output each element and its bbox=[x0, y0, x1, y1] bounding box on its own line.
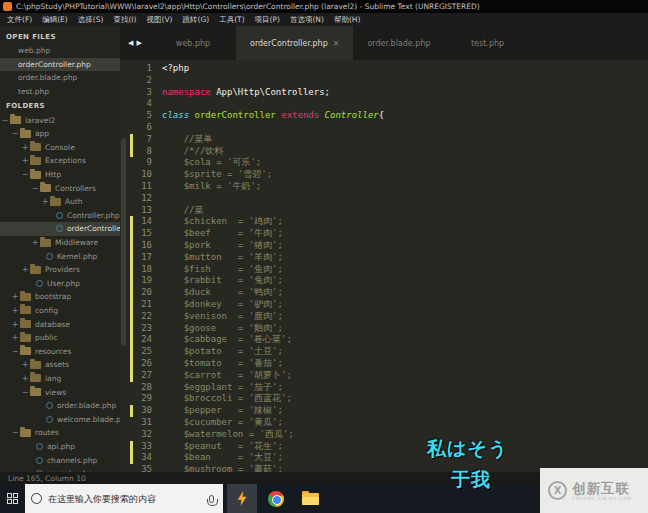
tab-orderController-php[interactable]: orderController.php× bbox=[236, 26, 353, 60]
tree-file-item[interactable]: orderController.php bbox=[0, 222, 120, 236]
code-editor[interactable]: 1<?php23namespace App\Http\Controllers;4… bbox=[120, 60, 648, 472]
sidebar-scrollbar[interactable] bbox=[121, 138, 126, 346]
tree-item-label: Console bbox=[45, 143, 75, 152]
tree-folder-item[interactable]: +Console bbox=[0, 141, 120, 155]
collapse-toggle-icon[interactable]: − bbox=[20, 388, 30, 397]
expand-toggle-icon[interactable]: + bbox=[10, 320, 20, 329]
menu-item[interactable]: 工具(T) bbox=[214, 13, 249, 26]
tab-test-php[interactable]: test.php bbox=[445, 26, 531, 60]
folders-header[interactable]: FOLDERS bbox=[0, 100, 120, 113]
tree-folder-item[interactable]: +database bbox=[0, 317, 120, 331]
tab-scroll-right-icon[interactable]: ▶ bbox=[137, 39, 142, 47]
expand-toggle-icon[interactable]: + bbox=[10, 292, 20, 301]
code-line: 3namespace App\Http\Controllers; bbox=[120, 87, 648, 99]
microphone-icon[interactable] bbox=[209, 495, 214, 503]
tree-folder-item[interactable]: +assets bbox=[0, 358, 120, 372]
file-icon bbox=[56, 225, 63, 232]
tree-folder-item[interactable]: +Middleware bbox=[0, 236, 120, 250]
open-file-item[interactable]: orderController.php bbox=[0, 58, 120, 72]
taskbar-phpstudy-icon[interactable] bbox=[227, 484, 257, 513]
tree-file-item[interactable]: Controller.php bbox=[0, 209, 120, 223]
tree-folder-item[interactable]: +lang bbox=[0, 372, 120, 386]
tab-order-blade-php[interactable]: order.blade.php bbox=[353, 26, 444, 60]
line-number: 28 bbox=[133, 382, 152, 394]
tree-folder-item[interactable]: −resources bbox=[0, 344, 120, 358]
tree-folder-item[interactable]: −laravel2 bbox=[0, 113, 120, 127]
tree-file-item[interactable]: User.php bbox=[0, 277, 120, 291]
tree-folder-item[interactable]: +Exceptions bbox=[0, 154, 120, 168]
collapse-toggle-icon[interactable]: − bbox=[20, 170, 30, 179]
tree-folder-item[interactable]: −app bbox=[0, 127, 120, 141]
collapse-toggle-icon[interactable]: − bbox=[10, 428, 20, 437]
menu-item[interactable]: 选择(S) bbox=[73, 13, 109, 26]
tree-folder-item[interactable]: +Auth bbox=[0, 195, 120, 209]
code-text: $donkey = '驴肉'; bbox=[162, 299, 283, 311]
tree-file-item[interactable]: order.blade.php bbox=[0, 399, 120, 413]
expand-toggle-icon[interactable]: + bbox=[20, 360, 30, 369]
expand-toggle-icon[interactable]: + bbox=[20, 374, 30, 383]
line-number: 27 bbox=[133, 370, 152, 382]
tree-item-label: Controllers bbox=[55, 184, 96, 193]
start-button[interactable] bbox=[0, 484, 25, 513]
tree-folder-item[interactable]: +bootstrap bbox=[0, 290, 120, 304]
collapse-toggle-icon[interactable]: − bbox=[10, 129, 20, 138]
subtitle-overlay-line2: 于我 bbox=[451, 467, 491, 493]
menu-item[interactable]: 视图(V) bbox=[141, 13, 177, 26]
tree-folder-item[interactable]: −views bbox=[0, 385, 120, 399]
tree-file-item[interactable]: welcome.blade.php bbox=[0, 412, 120, 426]
expand-toggle-icon[interactable]: + bbox=[10, 306, 20, 315]
tree-item-label: lang bbox=[45, 374, 61, 383]
expand-toggle-icon[interactable]: + bbox=[20, 143, 30, 152]
collapse-toggle-icon[interactable]: − bbox=[0, 116, 10, 125]
menu-item[interactable]: 项目(P) bbox=[250, 13, 285, 26]
line-number: 16 bbox=[133, 240, 152, 252]
tree-file-item[interactable]: channels.php bbox=[0, 453, 120, 467]
sidebar: OPEN FILES web.phporderController.phpord… bbox=[0, 26, 120, 472]
code-text: //菜 bbox=[162, 205, 204, 217]
open-files-header[interactable]: OPEN FILES bbox=[0, 31, 120, 44]
tree-folder-item[interactable]: +Providers bbox=[0, 263, 120, 277]
tree-folder-item[interactable]: +public bbox=[0, 331, 120, 345]
expand-toggle-icon[interactable]: + bbox=[20, 156, 30, 165]
code-line: 20 $duck = '鸭肉'; bbox=[120, 287, 648, 299]
menu-item[interactable]: 帮助(H) bbox=[329, 13, 366, 26]
taskbar-search[interactable] bbox=[25, 484, 223, 513]
tab-close-icon[interactable]: × bbox=[333, 39, 340, 48]
search-input[interactable] bbox=[48, 494, 209, 504]
code-line: 34 $bean = '大豆'; bbox=[120, 452, 648, 464]
taskbar-explorer-icon[interactable] bbox=[295, 484, 325, 513]
expand-toggle-icon[interactable]: + bbox=[10, 333, 20, 342]
tree-folder-item[interactable]: +config bbox=[0, 304, 120, 318]
code-text: class orderController extends Controller… bbox=[162, 110, 384, 122]
collapse-toggle-icon[interactable]: − bbox=[10, 347, 20, 356]
code-line: 15 $beef = '牛肉'; bbox=[120, 228, 648, 240]
tree-folder-item[interactable]: −Controllers bbox=[0, 181, 120, 195]
menu-item[interactable]: 跳转(G) bbox=[177, 13, 214, 26]
line-number: 23 bbox=[133, 323, 152, 335]
tab-web-php[interactable]: web.php bbox=[150, 26, 236, 60]
watermark-title: 创新互联 bbox=[572, 481, 632, 496]
menu-item[interactable]: 文件(F) bbox=[2, 13, 37, 26]
expand-toggle-icon[interactable]: + bbox=[40, 197, 50, 206]
folder-icon bbox=[20, 306, 31, 314]
menu-item[interactable]: 查找(I) bbox=[108, 13, 141, 26]
menu-item[interactable]: 首选项(N) bbox=[285, 13, 329, 26]
open-file-item[interactable]: test.php bbox=[0, 85, 120, 99]
tree-folder-item[interactable]: −routes bbox=[0, 426, 120, 440]
tree-file-item[interactable]: console.php bbox=[0, 467, 120, 472]
tab-scroll-left-icon[interactable]: ◀ bbox=[128, 39, 133, 47]
collapse-toggle-icon[interactable]: − bbox=[30, 184, 40, 193]
tree-file-item[interactable]: Kernel.php bbox=[0, 249, 120, 263]
line-number: 13 bbox=[133, 205, 152, 217]
expand-toggle-icon[interactable]: + bbox=[20, 265, 30, 274]
tree-item-label: Controller.php bbox=[67, 211, 120, 220]
watermark-subtitle: CHUANG XIN HU LIAN bbox=[572, 496, 632, 501]
tree-file-item[interactable]: api.php bbox=[0, 440, 120, 454]
taskbar-chrome-icon[interactable] bbox=[261, 484, 291, 513]
tree-folder-item[interactable]: −Http bbox=[0, 168, 120, 182]
expand-toggle-icon[interactable]: + bbox=[30, 238, 40, 247]
open-file-item[interactable]: order.blade.php bbox=[0, 71, 120, 85]
tab-scroll-arrows[interactable]: ◀ ▶ bbox=[120, 26, 150, 60]
menu-item[interactable]: 编辑(E) bbox=[37, 13, 73, 26]
open-file-item[interactable]: web.php bbox=[0, 44, 120, 58]
